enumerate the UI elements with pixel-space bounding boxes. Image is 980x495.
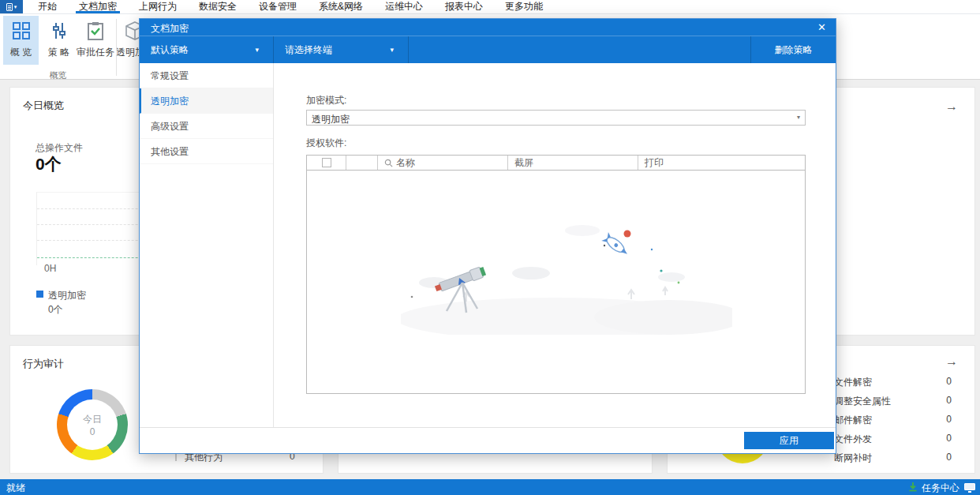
ribbon-group-label: 概览 — [0, 69, 116, 81]
stat-label: 邮件解密 — [834, 414, 872, 427]
stat-value: 0 — [936, 376, 952, 387]
menu-bar: ▾ 开始 文档加密 上网行为 数据安全 设备管理 系统&网络 运维中心 报表中心… — [0, 0, 980, 14]
stat-label: 断网补时 — [834, 452, 872, 465]
donut-center-value: 0 — [90, 426, 95, 437]
stat-value: 0 — [936, 433, 952, 444]
header-checkbox-cell — [307, 156, 346, 170]
policy-button-label: 策 略 — [48, 46, 69, 59]
terminal-dropdown[interactable]: 请选择终端 ▾ — [274, 36, 409, 63]
header-print-cell: 打印 — [638, 156, 805, 170]
table-header-row: 名称 截屏 打印 — [307, 156, 805, 171]
status-bar: 就绪 任务中心 — [0, 479, 980, 495]
dialog-footer-divider — [140, 427, 836, 428]
sidebar-item-advanced[interactable]: 高级设置 — [140, 114, 273, 139]
app-icon — [6, 3, 13, 11]
search-icon — [384, 159, 393, 167]
legend-color-square — [36, 291, 43, 298]
menu-item-doc-encryption[interactable]: 文档加密 — [79, 0, 117, 13]
sidebar-item-general[interactable]: 常规设置 — [140, 63, 273, 88]
approval-tasks-button-label: 审批任务 — [77, 46, 114, 59]
dialog-sidebar: 常规设置 透明加密 高级设置 其他设置 — [140, 63, 274, 427]
menu-item-device-mgmt[interactable]: 设备管理 — [259, 0, 297, 13]
sidebar-item-transparent-encryption[interactable]: 透明加密 — [140, 88, 273, 114]
legend-value: 0个 — [48, 303, 63, 317]
menu-item-more[interactable]: 更多功能 — [505, 0, 543, 13]
menu-item-system-network[interactable]: 系统&网络 — [319, 0, 363, 13]
arrow-right-icon[interactable]: → — [945, 99, 958, 114]
encrypt-mode-label: 加密模式: — [306, 94, 346, 107]
header-screenshot-cell: 截屏 — [508, 156, 638, 170]
total-files-value: 0个 — [36, 153, 62, 175]
stat-label: 文件解密 — [834, 376, 872, 389]
chart-x-tick: 0H — [44, 263, 56, 274]
task-center-button[interactable]: 任务中心 — [922, 482, 959, 495]
header-name-cell: 名称 — [378, 156, 508, 170]
audit-donut: 今日 0 — [57, 389, 128, 460]
policy-dropdown[interactable]: 默认策略 ▾ — [140, 36, 274, 63]
stat-value: 0 — [936, 395, 952, 406]
sliders-icon — [49, 21, 69, 41]
audit-card-title: 行为审计 — [23, 357, 64, 371]
header-screenshot-label: 截屏 — [514, 156, 533, 170]
menu-item-ops-center[interactable]: 运维中心 — [385, 0, 423, 13]
monitor-icon[interactable] — [964, 483, 975, 490]
overview-button[interactable]: 概 览 — [3, 16, 39, 65]
header-print-label: 打印 — [645, 156, 664, 170]
menu-item-web-behavior[interactable]: 上网行为 — [139, 0, 177, 13]
stat-label: 文件外发 — [834, 433, 872, 446]
authorized-software-label: 授权软件: — [306, 137, 346, 150]
menu-item-report-center[interactable]: 报表中心 — [445, 0, 483, 13]
apply-button[interactable]: 应用 — [744, 432, 834, 449]
encrypt-mode-value: 透明加密 — [312, 113, 350, 126]
menu-item-data-security[interactable]: 数据安全 — [199, 0, 237, 13]
encrypt-mode-select[interactable]: 透明加密 ▾ — [306, 110, 806, 126]
sidebar-item-other[interactable]: 其他设置 — [140, 139, 273, 164]
stat-label: 调整安全属性 — [834, 395, 891, 408]
donut-center-label: 今日 — [83, 413, 102, 426]
grid-icon — [11, 21, 32, 41]
arrow-right-icon[interactable]: → — [945, 354, 958, 369]
menu-items: 开始 文档加密 上网行为 数据安全 设备管理 系统&网络 运维中心 报表中心 更… — [38, 0, 543, 13]
policy-dropdown-label: 默认策略 — [151, 36, 189, 63]
dialog-title: 文档加密 — [151, 22, 189, 36]
menu-item-start[interactable]: 开始 — [38, 0, 57, 13]
status-ready-text: 就绪 — [6, 482, 25, 495]
ribbon-divider — [116, 19, 117, 76]
chevron-down-icon: ▾ — [797, 114, 800, 121]
empty-state-illustration — [401, 201, 732, 335]
terminal-dropdown-label: 请选择终端 — [285, 36, 332, 63]
legend-label: 透明加密 — [48, 289, 86, 302]
audit-donut-center: 今日 0 — [67, 399, 118, 450]
chevron-down-icon: ▾ — [14, 4, 17, 9]
app-menu-button[interactable]: ▾ — [0, 0, 23, 13]
select-all-checkbox[interactable] — [322, 158, 331, 167]
header-blank-cell — [346, 156, 378, 170]
download-arrow-icon — [907, 482, 918, 493]
stat-value: 0 — [936, 452, 952, 463]
chevron-down-icon: ▾ — [255, 36, 259, 63]
chevron-down-icon: ▾ — [390, 36, 394, 63]
close-icon[interactable]: ✕ — [817, 21, 826, 33]
stat-value: 0 — [936, 414, 952, 425]
policy-button[interactable]: 策 略 — [42, 16, 76, 65]
overview-button-label: 概 览 — [10, 46, 32, 59]
dialog-titlebar: 文档加密 ✕ — [140, 19, 836, 36]
clipboard-check-icon — [85, 21, 106, 41]
delete-policy-button[interactable]: 删除策略 — [750, 36, 836, 63]
approval-tasks-button[interactable]: 审批任务 — [77, 16, 114, 65]
document-encryption-dialog: 文档加密 ✕ 默认策略 ▾ 请选择终端 ▾ 删除策略 常规设置 透明加密 高级设… — [139, 18, 836, 454]
dialog-toolbar: 默认策略 ▾ 请选择终端 ▾ 删除策略 — [140, 36, 836, 63]
today-card-title: 今日概览 — [23, 99, 64, 113]
header-name-label: 名称 — [396, 156, 415, 170]
